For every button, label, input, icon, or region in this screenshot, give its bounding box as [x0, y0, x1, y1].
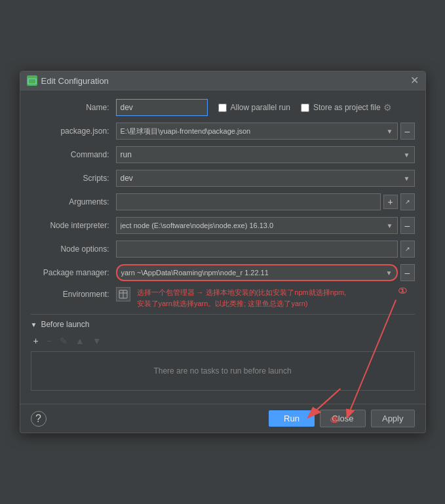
dialog-icon	[27, 75, 37, 86]
chevron-down-icon: ▼	[387, 222, 393, 229]
package-json-field: E:\星球项目\yuapi-frontend\package.json ▼ –	[116, 123, 415, 140]
chevron-down-icon: ▼	[404, 151, 410, 159]
title-bar: Edit Configuration ✕	[20, 71, 425, 90]
node-interpreter-row: Node interpreter: ject node (E:\software…	[31, 216, 415, 235]
dialog-footer: ? Run Close Apply	[20, 404, 425, 433]
allow-parallel-label: Allow parallel run	[231, 103, 290, 112]
settings-icon[interactable]: ⚙	[383, 102, 392, 113]
edit-task-button[interactable]: ✎	[57, 334, 70, 347]
package-manager-row: Package manager: yarn ~\AppData\Roaming\…	[31, 263, 415, 282]
command-select[interactable]: run ▼	[116, 146, 415, 163]
dialog-body: Name: Allow parallel run Store as projec…	[20, 90, 425, 404]
package-manager-label: Package manager:	[31, 268, 116, 277]
node-interpreter-label: Node interpreter:	[31, 221, 116, 230]
node-interpreter-dash-button[interactable]: –	[400, 217, 415, 234]
collapse-icon[interactable]: ▼	[31, 321, 37, 328]
move-down-button[interactable]: ▼	[90, 334, 104, 347]
svg-rect-0	[28, 79, 36, 84]
move-up-button[interactable]: ▲	[73, 334, 87, 347]
node-interpreter-value: ject node (E:\software\nodejs\node.exe) …	[121, 222, 274, 229]
environment-annotation: 选择一个包管理器 → 选择本地安装的(比如安装了npm就选择npm,安装了yar…	[137, 287, 415, 309]
help-button[interactable]: ?	[31, 411, 47, 427]
add-task-button[interactable]: +	[31, 334, 41, 347]
store-project-area: Store as project file	[301, 103, 381, 112]
environment-label: Environment:	[31, 287, 116, 299]
command-field: run ▼	[116, 146, 415, 163]
chevron-down-icon: ▼	[386, 269, 393, 277]
apply-button[interactable]: Apply	[371, 410, 415, 427]
package-manager-dash-button[interactable]: –	[400, 264, 415, 281]
package-manager-field: yarn ~\AppData\Roaming\npm\node_r 1.22.1…	[116, 264, 415, 281]
scripts-row: Scripts: dev ▼	[31, 169, 415, 187]
node-options-label: Node options:	[31, 244, 116, 254]
allow-parallel-area: Allow parallel run	[218, 103, 290, 112]
arguments-field: + ↗	[116, 193, 415, 210]
node-options-input[interactable]	[116, 241, 398, 258]
scripts-field: dev ▼	[116, 170, 415, 187]
close-icon[interactable]: ✕	[410, 75, 419, 86]
store-project-checkbox[interactable]	[301, 104, 309, 112]
arguments-input[interactable]	[116, 193, 381, 210]
node-options-row: Node options: ↗	[31, 240, 415, 258]
before-launch-title: Before launch	[41, 320, 89, 329]
before-launch-toolbar: + − ✎ ▲ ▼	[31, 334, 415, 347]
run-button[interactable]: Run	[269, 410, 315, 427]
command-label: Command:	[31, 150, 116, 159]
node-interpreter-field: ject node (E:\software\nodejs\node.exe) …	[116, 217, 415, 234]
name-row: Name: Allow parallel run Store as projec…	[31, 98, 415, 117]
command-value: run	[121, 150, 132, 159]
edit-configuration-dialog: Edit Configuration ✕ Name: Allow paralle…	[20, 71, 426, 433]
environment-field: 选择一个包管理器 → 选择本地安装的(比如安装了npm就选择npm,安装了yar…	[116, 287, 415, 309]
chevron-down-icon: ▼	[404, 175, 410, 182]
node-options-field: ↗	[116, 241, 415, 258]
store-project-label: Store as project file	[313, 103, 381, 112]
scripts-value: dev	[121, 174, 133, 183]
package-manager-select[interactable]: yarn ~\AppData\Roaming\npm\node_r 1.22.1…	[116, 264, 398, 281]
package-manager-value: yarn ~\AppData\Roaming\npm\node_r 1.22.1…	[121, 269, 269, 277]
environment-table-icon[interactable]	[116, 287, 130, 301]
arguments-row: Arguments: + ↗	[31, 193, 415, 211]
allow-parallel-checkbox[interactable]	[218, 104, 227, 112]
chevron-down-icon: ▼	[387, 128, 393, 135]
node-interpreter-select[interactable]: ject node (E:\software\nodejs\node.exe) …	[116, 217, 398, 234]
remove-task-button[interactable]: −	[44, 334, 54, 347]
name-field: Allow parallel run Store as project file…	[116, 99, 415, 116]
name-label: Name:	[31, 103, 116, 112]
empty-text: There are no tasks to run before launch	[153, 366, 291, 376]
before-launch-section: ▼ Before launch + − ✎ ▲ ▼ There are no t…	[31, 314, 415, 391]
dialog-title: Edit Configuration	[41, 76, 109, 86]
package-json-select[interactable]: E:\星球项目\yuapi-frontend\package.json ▼	[116, 123, 398, 140]
environment-row: Environment: 选择一个包管理器 → 选择本地安装的(比如安装了npm…	[31, 287, 415, 309]
before-launch-header: ▼ Before launch	[31, 320, 415, 329]
arguments-label: Arguments:	[31, 197, 116, 206]
package-json-row: package.json: E:\星球项目\yuapi-frontend\pac…	[31, 122, 415, 140]
package-json-value: E:\星球项目\yuapi-frontend\package.json	[121, 126, 251, 136]
node-options-expand-button[interactable]: ↗	[400, 241, 415, 258]
before-launch-empty-area: There are no tasks to run before launch	[31, 351, 415, 391]
scripts-select[interactable]: dev ▼	[116, 170, 415, 187]
package-json-dash-button[interactable]: –	[400, 123, 415, 140]
name-input[interactable]	[116, 99, 208, 116]
arguments-expand-button[interactable]: ↗	[400, 193, 415, 210]
scripts-label: Scripts:	[31, 174, 116, 183]
arguments-plus-button[interactable]: +	[383, 195, 398, 209]
package-json-label: package.json:	[31, 126, 116, 136]
command-row: Command: run ▼	[31, 145, 415, 164]
close-button[interactable]: Close	[320, 410, 366, 427]
